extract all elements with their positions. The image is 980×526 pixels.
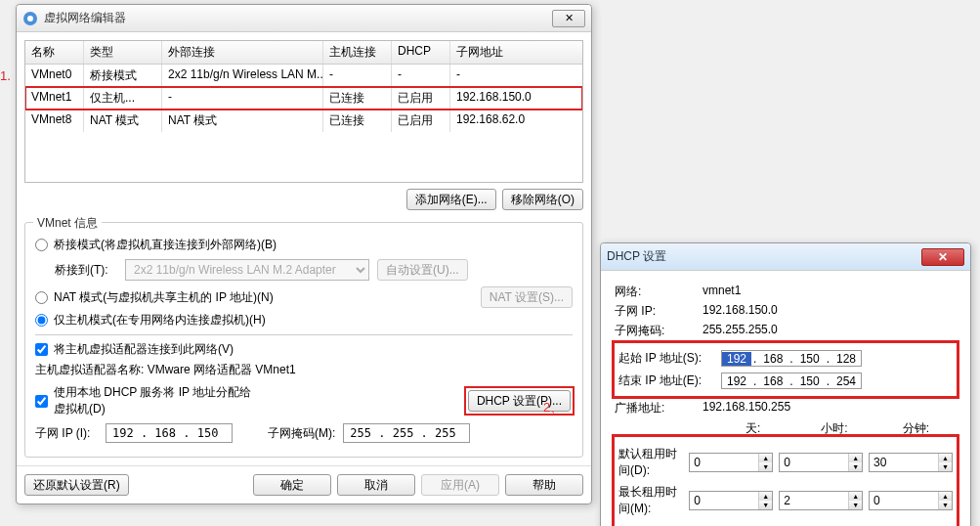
dhcp-title: DHCP 设置	[607, 248, 921, 265]
connect-host-checkbox[interactable]	[35, 343, 48, 356]
annotation-1: 1.	[0, 68, 11, 83]
start-ip-o1[interactable]	[722, 352, 751, 366]
apply-button[interactable]: 应用(A)	[421, 474, 499, 496]
col-ext[interactable]: 外部连接	[162, 41, 323, 64]
mask-input[interactable]	[343, 423, 470, 443]
app-icon	[22, 11, 38, 26]
table-row[interactable]: VMnet8 NAT 模式 NAT 模式 已连接 已启用 192.168.62.…	[25, 110, 582, 132]
end-ip-input[interactable]: . . .	[721, 373, 862, 389]
connect-host-row: 将主机虚拟适配器连接到此网络(V)	[35, 341, 573, 358]
col-name[interactable]: 名称	[25, 41, 84, 64]
cancel-button[interactable]: 取消	[337, 474, 415, 496]
hostonly-radio[interactable]	[35, 314, 48, 327]
down-arrow-icon[interactable]: ▼	[849, 462, 862, 471]
restore-defaults-button[interactable]: 还原默认设置(R)	[24, 474, 129, 496]
end-ip-o4[interactable]	[831, 374, 861, 388]
table-row[interactable]: VMnet1 仅主机... - 已连接 已启用 192.168.150.0	[25, 87, 582, 110]
network-actions: 添加网络(E)... 移除网络(O)	[24, 183, 583, 216]
up-arrow-icon[interactable]: ▲	[759, 492, 772, 501]
start-ip-o2[interactable]	[758, 352, 788, 366]
titlebar: 虚拟网络编辑器 ✕	[17, 5, 591, 32]
ok-button[interactable]: 确定	[253, 474, 331, 496]
bridge-combo[interactable]: 2x2 11b/g/n Wireless LAN M.2 Adapter	[125, 259, 369, 281]
time-header-row: 天: 小时: 分钟:	[615, 420, 957, 437]
window-body: 名称 类型 外部连接 主机连接 DHCP 子网地址 VMnet0 桥接模式 2x…	[17, 32, 591, 465]
hostonly-radio-row: 仅主机模式(在专用网络内连接虚拟机)(H)	[35, 312, 573, 329]
adapter-name: 主机虚拟适配器名称: VMware 网络适配器 VMnet1	[35, 362, 573, 378]
mask-label: 子网掩码(M):	[268, 425, 335, 442]
down-arrow-icon[interactable]: ▼	[939, 462, 952, 471]
end-ip-o1[interactable]	[722, 374, 751, 388]
subnet-ip-row: 子网 IP: 192.168.150.0	[615, 303, 957, 320]
up-arrow-icon[interactable]: ▲	[759, 454, 772, 462]
down-arrow-icon[interactable]: ▼	[759, 501, 772, 509]
mins-header: 分钟:	[875, 420, 957, 437]
default-lease-row: 默认租用时间(D): ▲▼ ▲▼ ▲▼	[618, 446, 953, 479]
add-network-button[interactable]: 添加网络(E)...	[406, 189, 496, 210]
network-row: 网络: vmnet1	[615, 284, 957, 300]
annotation-2: 2、	[543, 399, 563, 416]
default-hours-spinner[interactable]: ▲▼	[779, 453, 863, 472]
max-days-spinner[interactable]: ▲▼	[689, 491, 773, 510]
subnet-row: 子网 IP (I): 子网掩码(M):	[35, 423, 573, 443]
nat-radio[interactable]	[35, 291, 48, 304]
subnet-ip-input[interactable]	[106, 423, 233, 443]
start-ip-o3[interactable]	[795, 352, 825, 366]
nat-settings-button[interactable]: NAT 设置(S)...	[481, 286, 573, 308]
default-days-spinner[interactable]: ▲▼	[689, 453, 773, 472]
down-arrow-icon[interactable]: ▼	[759, 462, 772, 471]
end-ip-row: 结束 IP 地址(E): . . .	[618, 373, 953, 389]
table-header: 名称 类型 外部连接 主机连接 DHCP 子网地址	[25, 41, 582, 65]
table-row[interactable]: VMnet0 桥接模式 2x2 11b/g/n Wireless LAN M..…	[25, 65, 582, 87]
up-arrow-icon[interactable]: ▲	[849, 492, 862, 501]
window-title: 虚拟网络编辑器	[44, 10, 552, 26]
start-ip-row: 起始 IP 地址(S): . . .	[618, 350, 953, 367]
auto-settings-button[interactable]: 自动设置(U)...	[377, 259, 468, 281]
close-button[interactable]: ✕	[921, 248, 964, 266]
svg-point-1	[27, 16, 33, 22]
lease-highlight: 默认租用时间(D): ▲▼ ▲▼ ▲▼ 最长租用时间(M): ▲▼ ▲▼ ▲▼	[615, 437, 957, 526]
bridge-radio-row: 桥接模式(将虚拟机直接连接到外部网络)(B)	[35, 237, 573, 253]
up-arrow-icon[interactable]: ▲	[939, 492, 952, 501]
dhcp-settings-dialog: DHCP 设置 ✕ 网络: vmnet1 子网 IP: 192.168.150.…	[600, 242, 971, 526]
help-button[interactable]: 帮助	[505, 474, 583, 496]
start-ip-o4[interactable]	[831, 352, 861, 366]
use-dhcp-checkbox[interactable]	[35, 395, 48, 408]
col-type[interactable]: 类型	[84, 41, 162, 64]
nat-label: NAT 模式(与虚拟机共享主机的 IP 地址)(N)	[54, 289, 475, 306]
subnet-ip-label: 子网 IP (I):	[35, 425, 98, 442]
bridge-to-row: 桥接到(T): 2x2 11b/g/n Wireless LAN M.2 Ada…	[55, 259, 573, 281]
bridge-radio[interactable]	[35, 239, 48, 251]
dhcp-body: 网络: vmnet1 子网 IP: 192.168.150.0 子网掩码: 25…	[601, 271, 970, 526]
table-body: VMnet0 桥接模式 2x2 11b/g/n Wireless LAN M..…	[25, 65, 582, 182]
vmnet-info-group: VMnet 信息 桥接模式(将虚拟机直接连接到外部网络)(B) 桥接到(T): …	[24, 222, 583, 458]
default-mins-spinner[interactable]: ▲▼	[869, 453, 953, 472]
up-arrow-icon[interactable]: ▲	[939, 454, 952, 462]
down-arrow-icon[interactable]: ▼	[849, 501, 862, 509]
connect-host-label: 将主机虚拟适配器连接到此网络(V)	[54, 341, 573, 358]
bridge-to-label: 桥接到(T):	[55, 262, 117, 279]
footer: 还原默认设置(R) 确定 取消 应用(A) 帮助	[17, 465, 591, 504]
col-host[interactable]: 主机连接	[323, 41, 392, 64]
up-arrow-icon[interactable]: ▲	[849, 454, 862, 462]
dhcp-titlebar: DHCP 设置 ✕	[601, 243, 970, 271]
use-dhcp-label: 使用本地 DHCP 服务将 IP 地址分配给虚拟机(D)	[54, 384, 254, 417]
max-lease-row: 最长租用时间(M): ▲▼ ▲▼ ▲▼	[618, 484, 953, 517]
end-ip-o3[interactable]	[795, 374, 825, 388]
start-ip-input[interactable]: . . .	[721, 350, 862, 367]
days-header: 天:	[712, 420, 793, 437]
nat-radio-row: NAT 模式(与虚拟机共享主机的 IP 地址)(N) NAT 设置(S)...	[35, 286, 573, 308]
networks-table: 名称 类型 外部连接 主机连接 DHCP 子网地址 VMnet0 桥接模式 2x…	[24, 40, 583, 183]
hostonly-label: 仅主机模式(在专用网络内连接虚拟机)(H)	[54, 312, 573, 329]
mask-row: 子网掩码: 255.255.255.0	[615, 323, 957, 339]
remove-network-button[interactable]: 移除网络(O)	[502, 189, 583, 210]
max-mins-spinner[interactable]: ▲▼	[869, 491, 953, 510]
hours-header: 小时:	[793, 420, 874, 437]
col-dhcp[interactable]: DHCP	[392, 41, 450, 64]
close-button[interactable]: ✕	[552, 10, 585, 27]
down-arrow-icon[interactable]: ▼	[939, 501, 952, 509]
max-hours-spinner[interactable]: ▲▼	[779, 491, 863, 510]
end-ip-o2[interactable]	[758, 374, 788, 388]
divider	[35, 334, 573, 335]
col-subnet[interactable]: 子网地址	[450, 41, 582, 64]
